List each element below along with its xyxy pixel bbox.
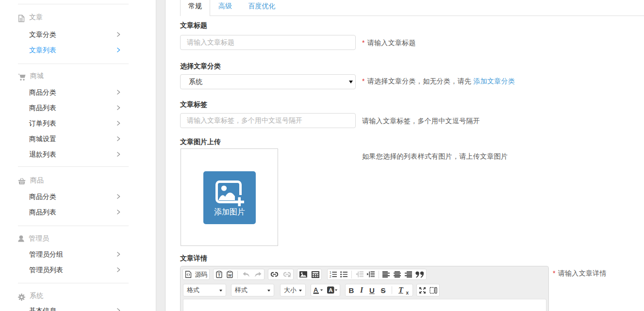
svg-text:W: W [228, 273, 231, 278]
svg-text:1: 1 [330, 271, 331, 274]
svg-text:A: A [314, 286, 318, 294]
svg-text:T: T [217, 273, 220, 278]
svg-text:A: A [329, 287, 332, 293]
svg-text:2: 2 [330, 275, 331, 278]
